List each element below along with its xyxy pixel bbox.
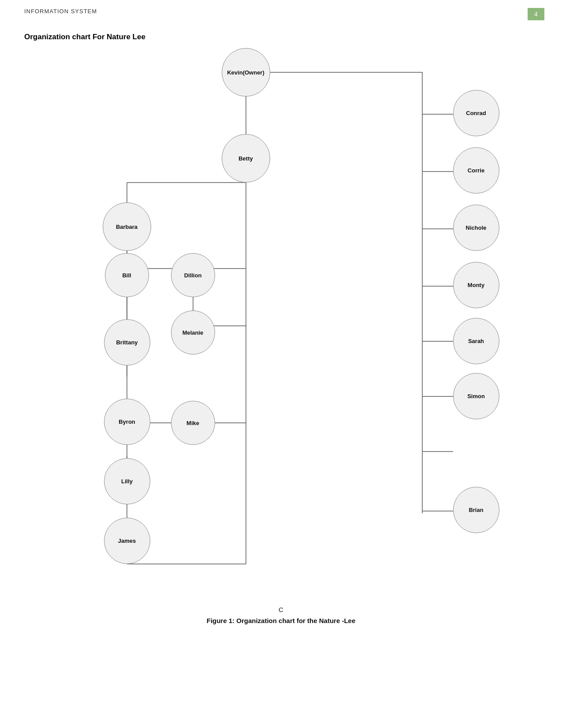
node-dillion: Dillion <box>171 253 215 297</box>
chart-title: Organization chart For Nature Lee <box>0 20 562 41</box>
page-header: INFORMATION SYSTEM 4 <box>0 0 562 20</box>
node-james: James <box>104 518 150 564</box>
node-sarah: Sarah <box>453 318 499 364</box>
header-title: INFORMATION SYSTEM <box>24 8 97 15</box>
page-number: 4 <box>528 8 544 20</box>
org-chart: Kevin(Owner) Betty Barbara Bill Dillion … <box>39 46 550 597</box>
node-mike: Mike <box>171 401 215 445</box>
node-corrie: Corrie <box>453 147 499 194</box>
footer-letter: C <box>0 606 562 613</box>
node-conrad: Conrad <box>453 90 499 136</box>
node-betty: Betty <box>222 134 270 183</box>
node-monty: Monty <box>453 262 499 308</box>
node-brian: Brian <box>453 487 499 533</box>
figure-caption: Figure 1: Organization chart for the Nat… <box>0 617 562 624</box>
node-barbara: Barbara <box>103 202 151 251</box>
node-simon: Simon <box>453 373 499 419</box>
node-bill: Bill <box>105 253 149 297</box>
node-byron: Byron <box>104 399 150 445</box>
node-lilly: Lilly <box>104 458 150 504</box>
node-melanie: Melanie <box>171 310 215 355</box>
node-kevin: Kevin(Owner) <box>222 48 270 97</box>
node-nichole: Nichole <box>453 205 499 251</box>
node-brittany: Brittany <box>104 319 150 366</box>
